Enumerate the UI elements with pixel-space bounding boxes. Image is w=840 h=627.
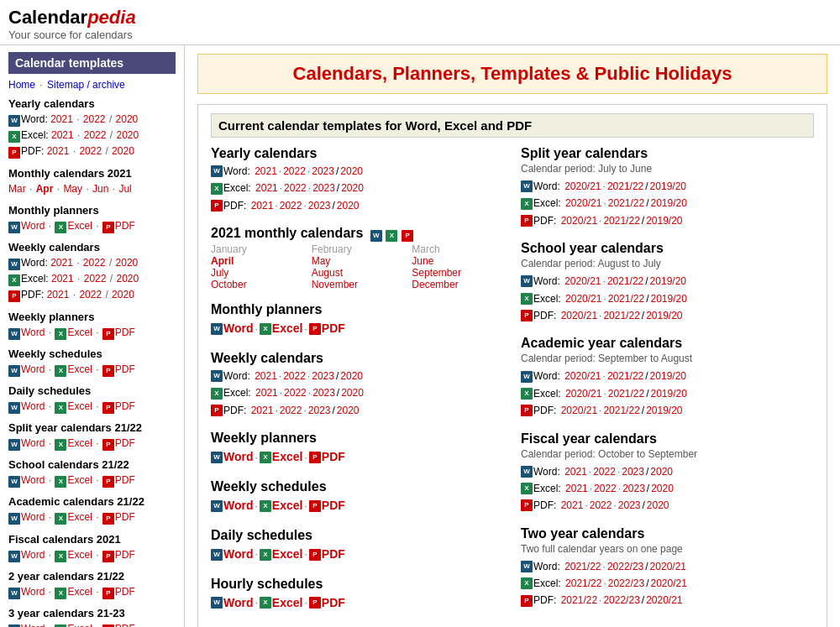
threeyear-excel[interactable]: Excel: [67, 623, 92, 627]
cwc-excel-2023[interactable]: 2023: [312, 384, 335, 401]
school-excel[interactable]: Excel: [67, 474, 92, 486]
month-apr[interactable]: Apr: [36, 183, 54, 195]
r2y-pdf-2223[interactable]: 2022/23: [603, 592, 639, 609]
cwp-excel[interactable]: Excel: [272, 447, 303, 468]
cy-word-2023[interactable]: 2023: [312, 163, 334, 180]
monthly-planners-word[interactable]: Word: [21, 220, 45, 232]
yearly-excel-2020[interactable]: 2020: [116, 129, 139, 141]
weekly-planners-pdf[interactable]: PDF: [115, 327, 135, 338]
september-link[interactable]: September: [412, 267, 504, 279]
chs-pdf[interactable]: PDF: [322, 593, 345, 614]
rfy-excel-2023[interactable]: 2023: [622, 480, 645, 497]
cy-excel-2023[interactable]: 2023: [312, 180, 335, 196]
weekly-pdf-2021[interactable]: 2021: [47, 289, 70, 300]
cy-word-2021[interactable]: 2021: [255, 163, 277, 180]
rsc-word-1920[interactable]: 2019/20: [650, 273, 686, 290]
cmp-excel[interactable]: Excel: [272, 319, 303, 339]
cwc-excel-2021[interactable]: 2021: [255, 384, 278, 401]
twoyear-excel[interactable]: Excel: [67, 586, 92, 598]
r2y-pdf-2021[interactable]: 2020/21: [646, 592, 682, 609]
academic-excel[interactable]: Excel: [67, 511, 92, 523]
weekly-planners-excel[interactable]: Excel: [67, 327, 92, 338]
rsy-word-2122[interactable]: 2021/22: [607, 178, 643, 195]
rsy-excel-2021[interactable]: 2020/21: [565, 195, 601, 212]
july-link[interactable]: July: [211, 267, 303, 279]
month-mar[interactable]: Mar: [8, 183, 26, 195]
cwc-excel-2020[interactable]: 2020: [341, 384, 364, 401]
rsc-word-2122[interactable]: 2021/22: [607, 273, 643, 290]
cy-word-2020[interactable]: 2020: [340, 163, 363, 180]
chs-excel[interactable]: Excel: [272, 593, 303, 614]
december-link[interactable]: December: [412, 279, 504, 290]
cy-excel-2022[interactable]: 2022: [284, 180, 307, 196]
cwc-word-2022[interactable]: 2022: [283, 368, 306, 384]
weekly-schedules-excel[interactable]: Excel: [67, 363, 92, 375]
rsy-excel-2122[interactable]: 2021/22: [608, 195, 644, 212]
rfy-word-2021[interactable]: 2021: [564, 463, 587, 480]
school-pdf[interactable]: PDF: [115, 474, 135, 486]
ray-word-2122[interactable]: 2021/22: [607, 368, 643, 384]
rfy-pdf-2020[interactable]: 2020: [647, 497, 669, 514]
weekly-pdf-2020[interactable]: 2020: [112, 289, 134, 300]
weekly-schedules-pdf[interactable]: PDF: [115, 363, 135, 375]
r2y-word-2021[interactable]: 2020/21: [650, 558, 686, 575]
daily-schedules-pdf[interactable]: PDF: [115, 400, 135, 412]
yearly-pdf-2021[interactable]: 2021: [47, 145, 70, 157]
weekly-word-2020[interactable]: 2020: [116, 257, 139, 269]
rsy-pdf-2021[interactable]: 2020/21: [561, 212, 597, 229]
cds-pdf[interactable]: PDF: [322, 545, 345, 565]
cy-excel-2021[interactable]: 2021: [255, 180, 278, 196]
cwc-word-2023[interactable]: 2023: [312, 368, 334, 384]
academic-word[interactable]: Word: [21, 511, 45, 523]
yearly-word-2022[interactable]: 2022: [83, 113, 106, 125]
ray-excel-1920[interactable]: 2019/20: [651, 385, 687, 402]
fiscal-word[interactable]: Word: [21, 549, 45, 561]
month-jul[interactable]: Jul: [118, 183, 131, 195]
cy-pdf-2020[interactable]: 2020: [337, 197, 360, 214]
ray-pdf-2021[interactable]: 2020/21: [561, 402, 597, 419]
rfy-word-2022[interactable]: 2022: [593, 463, 616, 480]
month-may[interactable]: May: [63, 183, 82, 195]
rfy-word-2023[interactable]: 2023: [622, 463, 644, 480]
school-word[interactable]: Word: [21, 474, 45, 486]
rfy-pdf-2023[interactable]: 2023: [618, 497, 641, 514]
cwc-pdf-2023[interactable]: 2023: [308, 402, 331, 419]
weekly-excel-2020[interactable]: 2020: [116, 273, 139, 285]
ray-word-2021[interactable]: 2020/21: [564, 368, 601, 384]
cmp-word[interactable]: Word: [223, 319, 254, 339]
rsc-excel-1920[interactable]: 2019/20: [651, 290, 687, 307]
rsc-pdf-2122[interactable]: 2021/22: [603, 307, 639, 324]
threeyear-word[interactable]: Word: [21, 623, 45, 627]
cy-excel-2020[interactable]: 2020: [341, 180, 364, 196]
yearly-excel-2022[interactable]: 2022: [84, 129, 107, 141]
may-link[interactable]: May: [312, 255, 404, 267]
r2y-excel-2021[interactable]: 2020/21: [651, 575, 687, 592]
april-link[interactable]: April: [211, 255, 303, 267]
weekly-excel-2021[interactable]: 2021: [51, 273, 74, 285]
weekly-schedules-word[interactable]: Word: [21, 363, 45, 375]
monthly-planners-pdf[interactable]: PDF: [115, 220, 135, 232]
daily-schedules-excel[interactable]: Excel: [67, 400, 92, 412]
rsc-pdf-2021[interactable]: 2020/21: [561, 307, 597, 324]
weekly-word-2022[interactable]: 2022: [83, 257, 106, 269]
nav-home[interactable]: Home: [8, 79, 35, 91]
rsy-word-1920[interactable]: 2019/20: [650, 178, 686, 195]
rfy-excel-2020[interactable]: 2020: [651, 480, 674, 497]
rfy-excel-2021[interactable]: 2021: [565, 480, 588, 497]
rsy-excel-1920[interactable]: 2019/20: [651, 195, 687, 212]
cwc-pdf-2022[interactable]: 2022: [280, 402, 302, 419]
academic-pdf[interactable]: PDF: [115, 511, 135, 523]
twoyear-word[interactable]: Word: [21, 586, 45, 598]
ray-word-1920[interactable]: 2019/20: [650, 368, 686, 384]
rsy-pdf-2122[interactable]: 2021/22: [603, 212, 639, 229]
cwc-pdf-2021[interactable]: 2021: [251, 402, 274, 419]
split-word[interactable]: Word: [21, 437, 45, 449]
daily-schedules-word[interactable]: Word: [21, 400, 45, 412]
ray-excel-2122[interactable]: 2021/22: [608, 385, 644, 402]
august-link[interactable]: August: [312, 267, 404, 279]
november-link[interactable]: November: [312, 279, 404, 290]
rfy-word-2020[interactable]: 2020: [650, 463, 673, 480]
month-jun[interactable]: Jun: [92, 183, 108, 195]
fiscal-pdf[interactable]: PDF: [115, 549, 135, 561]
rsy-word-2021[interactable]: 2020/21: [564, 178, 601, 195]
